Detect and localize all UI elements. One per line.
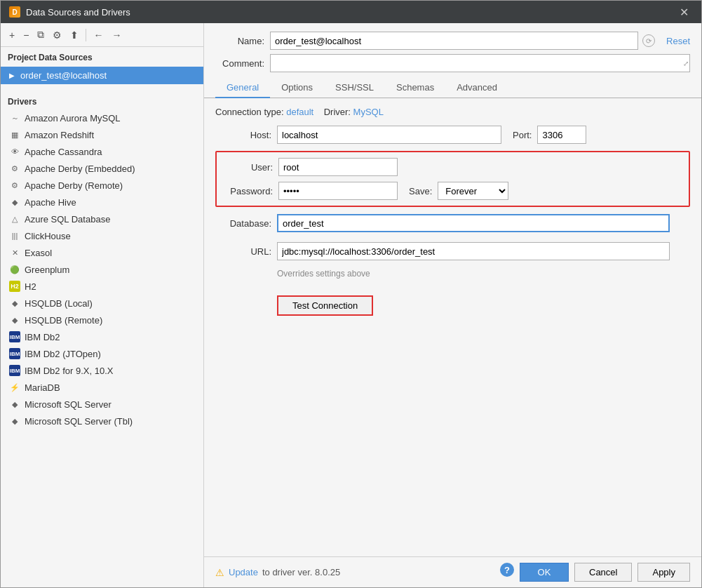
database-input[interactable] [277,214,670,232]
driver-item-apache-cassandra[interactable]: 👁 Apache Cassandra [1,143,203,160]
driver-label-hsqldb-local: HSQLDB (Local) [25,298,93,309]
cancel-button[interactable]: Cancel [574,563,632,582]
settings-button[interactable]: ⚙ [50,28,65,42]
driver-label-ibm-db2-9x: IBM Db2 for 9.X, 10.X [25,366,113,376]
driver-item-mssql[interactable]: ◆ Microsoft SQL Server [1,396,203,413]
forward-button[interactable]: → [109,28,124,42]
bottom-bar: ⚠ Update to driver ver. 8.0.25 ? OK Canc… [204,556,701,587]
user-password-wrapper: User: Password: Save: Forever Until [215,151,690,207]
comment-input[interactable] [270,54,690,72]
driver-icon-apache-derby-embedded: ⚙ [9,163,20,174]
reset-link[interactable]: Reset [666,36,690,46]
driver-item-mssql-tbl[interactable]: ◆ Microsoft SQL Server (Tbl) [1,413,203,429]
driver-icon-apache-cassandra: 👁 [9,146,20,157]
comment-area: ⤢ [270,54,690,72]
driver-label-apache-hive: Apache Hive [25,197,76,208]
driver-label-exasol: Exasol [25,248,52,258]
ok-button[interactable]: OK [520,563,569,582]
driver-item-mariadb[interactable]: ⚡ MariaDB [1,379,203,396]
tab-options[interactable]: Options [270,78,324,98]
driver-item-amazon-aurora[interactable]: ～ Amazon Aurora MySQL [1,109,203,126]
driver-label-static: Driver: [324,107,351,117]
datasource-item-order-test[interactable]: ▶ order_test@localhost [1,67,203,84]
driver-item-ibm-db2-jtopen[interactable]: IBM IBM Db2 (JTOpen) [1,345,203,362]
driver-icon-mariadb: ⚡ [9,382,20,393]
tab-advanced[interactable]: Advanced [445,78,508,98]
import-button[interactable]: ⬆ [67,28,81,42]
driver-icon-ibm-db2-jtopen: IBM [9,348,20,359]
host-row: Host: Port: [215,126,690,144]
driver-item-apache-derby-remote[interactable]: ⚙ Apache Derby (Remote) [1,177,203,194]
driver-icon-amazon-redshift: ▦ [9,129,20,140]
warning-icon: ⚠ [215,567,224,578]
driver-icon-azure-sql: △ [9,213,20,225]
toolbar: + − ⧉ ⚙ ⬆ ← → [1,23,203,47]
driver-item-exasol[interactable]: ✕ Exasol [1,244,203,261]
driver-item-hsqldb-remote[interactable]: ◆ HSQLDB (Remote) [1,312,203,328]
apply-button[interactable]: Apply [637,563,690,582]
save-select[interactable]: Forever Until restart Never [438,182,508,200]
driver-icon-greenplum: 🟢 [9,264,20,275]
driver-icon-ibm-db2: IBM [9,331,20,342]
remove-button[interactable]: − [20,28,32,42]
driver-item-greenplum[interactable]: 🟢 Greenplum [1,261,203,278]
update-notice: ⚠ Update to driver ver. 8.0.25 [215,567,340,578]
copy-button[interactable]: ⧉ [34,27,47,42]
driver-item-clickhouse[interactable]: ||| ClickHouse [1,227,203,244]
driver-label-hsqldb-remote: HSQLDB (Remote) [25,315,102,326]
driver-item-azure-sql[interactable]: △ Azure SQL Database [1,211,203,227]
comment-label: Comment: [215,58,264,69]
name-input[interactable] [270,32,638,50]
tab-ssh-ssl[interactable]: SSH/SSL [324,78,385,98]
driver-icon-ibm-db2-9x: IBM [9,365,20,376]
left-panel: + − ⧉ ⚙ ⬆ ← → Project Data Sources ▶ ord… [1,23,204,587]
user-input[interactable] [278,158,398,176]
driver-item-ibm-db2[interactable]: IBM IBM Db2 [1,328,203,345]
driver-item-apache-derby-embedded[interactable]: ⚙ Apache Derby (Embedded) [1,160,203,177]
driver-icon-amazon-aurora: ～ [9,112,20,123]
password-label: Password: [222,186,273,196]
name-comment-area: Name: ⟳ Reset Comment: ⤢ [204,23,701,78]
close-button[interactable]: ✕ [675,4,693,20]
tab-general[interactable]: General [215,78,270,98]
password-input[interactable] [278,182,398,200]
port-input[interactable] [537,126,586,144]
driver-item-amazon-redshift[interactable]: ▦ Amazon Redshift [1,126,203,143]
connection-type-label: Connection type: [215,107,284,117]
driver-item-apache-hive[interactable]: ◆ Apache Hive [1,194,203,211]
tab-schemas[interactable]: Schemas [385,78,445,98]
driver-icon-clickhouse: ||| [9,230,20,241]
driver-icon-apache-derby-remote: ⚙ [9,180,20,191]
driver-label-amazon-aurora: Amazon Aurora MySQL [25,113,121,123]
database-label: Database: [215,218,271,229]
url-input[interactable] [277,242,670,260]
driver-label-apache-cassandra: Apache Cassandra [25,147,102,157]
comment-row: Comment: ⤢ [215,54,690,72]
driver-icon-mssql-tbl: ◆ [9,415,20,427]
test-connection-button[interactable]: Test Connection [277,295,373,316]
driver-item-ibm-db2-9x[interactable]: IBM IBM Db2 for 9.X, 10.X [1,362,203,379]
tabs-bar: General Options SSH/SSL Schemas Advanced [204,78,701,98]
title-bar-left: D Data Sources and Drivers [9,6,130,18]
driver-item-h2[interactable]: H2 H2 [1,278,203,295]
url-label: URL: [215,246,271,257]
window-title: Data Sources and Drivers [26,7,130,18]
driver-icon-mssql: ◆ [9,399,20,410]
update-link[interactable]: Update [229,567,258,577]
red-arrow-annotation: ➤ [700,168,701,190]
add-button[interactable]: + [6,28,18,42]
password-row: Password: Save: Forever Until restart Ne… [222,182,683,200]
driver-label-ibm-db2-jtopen: IBM Db2 (JTOpen) [25,349,101,359]
right-panel: Name: ⟳ Reset Comment: ⤢ [204,23,701,587]
driver-value[interactable]: MySQL [353,107,384,117]
toolbar-separator [86,29,86,41]
driver-item-hsqldb-local[interactable]: ◆ HSQLDB (Local) [1,295,203,312]
host-input[interactable] [277,126,501,144]
driver-label-greenplum: Greenplum [25,265,69,275]
expand-icon[interactable]: ⤢ [683,60,689,67]
back-button[interactable]: ← [90,28,106,42]
sync-icon[interactable]: ⟳ [642,34,655,47]
help-icon[interactable]: ? [500,563,514,577]
comment-input-wrapper: ⤢ [270,54,690,72]
connection-type-value[interactable]: default [286,107,313,117]
